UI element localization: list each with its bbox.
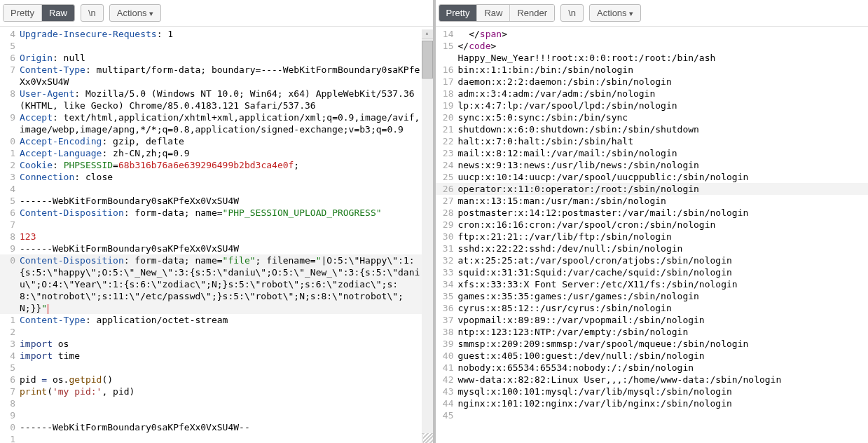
code-content[interactable] [20,433,433,443]
code-line[interactable]: 3import os [0,338,433,350]
code-content[interactable]: halt:x:7:0:halt:/sbin:/sbin/halt [458,135,869,147]
code-content[interactable]: 123 [20,231,433,243]
newline-toggle-button[interactable]: \n [81,4,104,22]
code-content[interactable]: xfs:x:33:33:X Font Server:/etc/X11/fs:/s… [458,278,869,290]
code-content[interactable]: cron:x:16:16:cron:/var/spool/cron:/sbin/… [458,219,869,231]
response-editor[interactable]: 14 </span>15</code>Happy_New_Year!!!root… [436,27,869,443]
code-content[interactable] [20,409,433,421]
code-content[interactable]: Accept: text/html,application/xhtml+xml,… [20,111,433,135]
code-line[interactable]: 33squid:x:31:31:Squid:/var/cache/squid:/… [436,266,869,278]
code-content[interactable]: pid = os.getpid() [20,374,433,386]
tab-raw[interactable]: Raw [41,5,74,21]
code-line[interactable]: 25uucp:x:10:14:uucp:/var/spool/uucppubli… [436,171,869,183]
code-content[interactable]: www-data:x:82:82:Linux User,,,:/home/www… [458,374,869,386]
code-line[interactable]: 8 [0,397,433,409]
code-line[interactable]: 5 [0,40,433,52]
code-line[interactable]: 4import time [0,350,433,362]
code-content[interactable]: mail:x:8:12:mail:/var/mail:/sbin/nologin [458,147,869,159]
scrollbar-thumb[interactable] [422,41,433,79]
code-content[interactable]: ftp:x:21:21::/var/lib/ftp:/sbin/nologin [458,231,869,243]
code-line[interactable]: 8User-Agent: Mozilla/5.0 (Windows NT 10.… [0,88,433,111]
code-line[interactable]: 0Accept-Encoding: gzip, deflate [0,135,433,147]
code-content[interactable]: </code> [458,40,869,52]
code-line[interactable]: 17daemon:x:2:2:daemon:/sbin:/sbin/nologi… [436,76,869,88]
code-line[interactable]: 1Content-Type: application/octet-stream [0,314,433,326]
code-line[interactable]: 9 [0,409,433,421]
code-content[interactable] [458,409,869,421]
newline-toggle-button[interactable]: \n [560,4,584,22]
code-content[interactable]: Content-Disposition: form-data; name="fi… [20,254,433,314]
tab-pretty[interactable]: Pretty [439,5,477,21]
code-content[interactable]: mysql:x:100:101:mysql:/var/lib/mysql:/sb… [458,386,869,397]
code-line[interactable]: 0Content-Disposition: form-data; name="f… [0,254,433,314]
code-line[interactable]: 18adm:x:3:4:adm:/var/adm:/sbin/nologin [436,88,869,100]
code-content[interactable]: </span> [458,28,869,40]
code-content[interactable]: news:x:9:13:news:/usr/lib/news:/sbin/nol… [458,159,869,171]
code-line[interactable]: 0------WebKitFormBoundary0saKPfeXx0VxSU4… [0,421,433,433]
actions-dropdown[interactable]: Actions [109,4,161,22]
tab-pretty[interactable]: Pretty [4,5,41,21]
code-content[interactable]: ntp:x:123:123:NTP:/var/empty:/sbin/nolog… [458,326,869,338]
code-line[interactable]: 35games:x:35:35:games:/usr/games:/sbin/n… [436,290,869,302]
code-line[interactable]: 14 </span> [436,28,869,40]
code-line[interactable]: 1Accept-Language: zh-CN,zh;q=0.9 [0,147,433,159]
code-content[interactable]: ------WebKitFormBoundary0saKPfeXx0VxSU4W [20,195,433,207]
request-editor[interactable]: 4Upgrade-Insecure-Requests: 156Origin: n… [0,27,433,443]
code-content[interactable]: Accept-Language: zh-CN,zh;q=0.9 [20,147,433,159]
code-content[interactable] [20,219,433,231]
code-content[interactable]: Upgrade-Insecure-Requests: 1 [20,28,433,40]
code-line[interactable]: 32at:x:25:25:at:/var/spool/cron/atjobs:/… [436,254,869,266]
code-line[interactable]: 22halt:x:7:0:halt:/sbin:/sbin/halt [436,135,869,147]
code-line[interactable]: 24news:x:9:13:news:/usr/lib/news:/sbin/n… [436,159,869,171]
code-line[interactable]: 3Connection: close [0,171,433,183]
code-content[interactable]: uucp:x:10:14:uucp:/var/spool/uucppublic:… [458,171,869,183]
code-content[interactable]: operator:x:11:0:operator:/root:/sbin/nol… [458,183,869,195]
scrollbar-vertical[interactable]: ▴ ▾ [422,29,433,443]
code-line[interactable]: 20sync:x:5:0:sync:/sbin:/bin/sync [436,111,869,123]
code-content[interactable]: Content-Type: multipart/form-data; bound… [20,64,433,88]
code-content[interactable] [20,362,433,374]
code-line[interactable]: 2Cookie: PHPSESSID=68b316b76a6e639296499… [0,159,433,171]
tab-render[interactable]: Render [509,5,554,21]
code-content[interactable] [20,183,433,195]
code-line[interactable]: 6Origin: null [0,52,433,64]
code-line[interactable]: 36cyrus:x:85:12::/usr/cyrus:/sbin/nologi… [436,302,869,314]
code-line[interactable]: 2 [0,326,433,338]
code-content[interactable]: at:x:25:25:at:/var/spool/cron/atjobs:/sb… [458,254,869,266]
code-line[interactable]: 38ntp:x:123:123:NTP:/var/empty:/sbin/nol… [436,326,869,338]
code-content[interactable]: games:x:35:35:games:/usr/games:/sbin/nol… [458,290,869,302]
code-line[interactable]: 9------WebKitFormBoundary0saKPfeXx0VxSU4… [0,243,433,254]
code-line[interactable]: 34xfs:x:33:33:X Font Server:/etc/X11/fs:… [436,278,869,290]
code-line[interactable]: 44nginx:x:101:102:nginx:/var/lib/nginx:/… [436,397,869,409]
code-line[interactable]: 21shutdown:x:6:0:shutdown:/sbin:/sbin/sh… [436,123,869,135]
code-content[interactable]: shutdown:x:6:0:shutdown:/sbin:/sbin/shut… [458,123,869,135]
code-content[interactable]: Accept-Encoding: gzip, deflate [20,135,433,147]
code-line[interactable]: 31sshd:x:22:22:sshd:/dev/null:/sbin/nolo… [436,243,869,254]
code-line[interactable]: 41nobody:x:65534:65534:nobody:/:/sbin/no… [436,362,869,374]
code-line[interactable]: 4Upgrade-Insecure-Requests: 1 [0,28,433,40]
code-content[interactable]: guest:x:405:100:guest:/dev/null:/sbin/no… [458,350,869,362]
code-content[interactable]: postmaster:x:14:12:postmaster:/var/mail:… [458,207,869,219]
code-line[interactable]: 45 [436,409,869,421]
code-content[interactable]: Content-Type: application/octet-stream [20,314,433,326]
code-content[interactable]: print('my pid:', pid) [20,386,433,397]
scrollbar-up-icon[interactable]: ▴ [422,29,433,39]
code-line[interactable]: 40guest:x:405:100:guest:/dev/null:/sbin/… [436,350,869,362]
code-content[interactable]: nginx:x:101:102:nginx:/var/lib/nginx:/sb… [458,397,869,409]
actions-dropdown[interactable]: Actions [589,4,641,22]
code-line[interactable]: 27man:x:13:15:man:/usr/man:/sbin/nologin [436,195,869,207]
code-content[interactable]: ------WebKitFormBoundary0saKPfeXx0VxSU4W… [20,421,433,433]
code-content[interactable]: cyrus:x:85:12::/usr/cyrus:/sbin/nologin [458,302,869,314]
code-content[interactable]: adm:x:3:4:adm:/var/adm:/sbin/nologin [458,88,869,100]
code-line[interactable]: 9Accept: text/html,application/xhtml+xml… [0,111,433,135]
code-line[interactable]: 26operator:x:11:0:operator:/root:/sbin/n… [436,183,869,195]
code-line[interactable]: Happy_New_Year!!!root:x:0:0:root:/root:/… [436,52,869,64]
code-content[interactable]: lp:x:4:7:lp:/var/spool/lpd:/sbin/nologin [458,100,869,111]
code-content[interactable]: smmsp:x:209:209:smmsp:/var/spool/mqueue:… [458,338,869,350]
code-line[interactable]: 29cron:x:16:16:cron:/var/spool/cron:/sbi… [436,219,869,231]
code-content[interactable]: import time [20,350,433,362]
code-line[interactable]: 1 [0,433,433,443]
tab-raw[interactable]: Raw [476,5,509,21]
code-content[interactable] [20,326,433,338]
code-line[interactable]: 15</code> [436,40,869,52]
